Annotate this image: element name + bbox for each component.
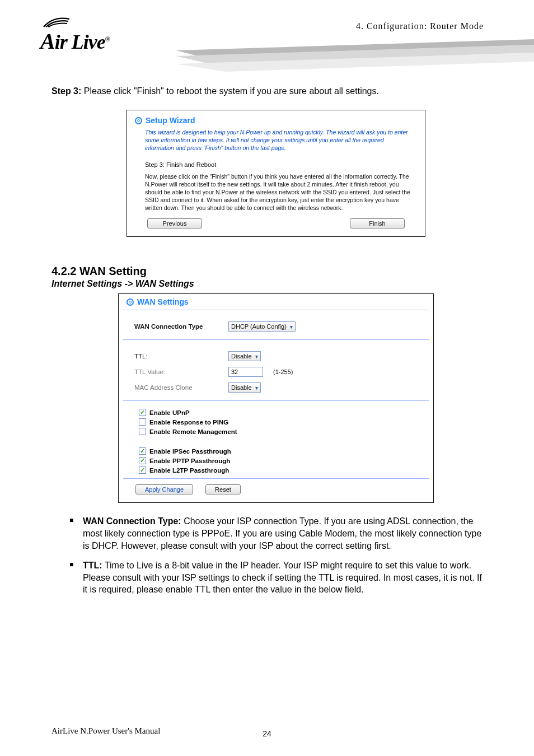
mac-clone-label: MAC Address Clone — [134, 384, 228, 391]
wizard-title: Setup Wizard — [146, 116, 195, 125]
mac-clone-value: Disable — [231, 384, 252, 391]
ttl-value-label: TTL Value: — [134, 368, 228, 375]
previous-button[interactable]: Previous — [147, 218, 202, 228]
gear-icon — [135, 117, 142, 124]
checkbox-icon: ✓ — [139, 447, 146, 455]
wizard-step-name: Step 3: Finish and Reboot — [135, 156, 417, 172]
chevron-down-icon: ▾ — [290, 324, 293, 330]
bullet-ttl: TTL: Time to Live is a 8-bit value in th… — [69, 559, 487, 596]
page-header: Air Live® 4. Configuration: Router Mode — [40, 17, 500, 67]
bullet-wan-conn-type: WAN Connection Type: Choose your ISP con… — [69, 515, 487, 552]
ttl-value: Disable — [231, 353, 252, 360]
airlive-logo: Air Live® — [40, 13, 110, 54]
wan-conn-type-select[interactable]: DHCP (Auto Config) ▾ — [228, 321, 296, 332]
check-label: Enable Remote Management — [149, 428, 237, 435]
mac-clone-select[interactable]: Disable ▾ — [228, 382, 261, 393]
check-pptp[interactable]: ✓ Enable PPTP Passthrough — [139, 457, 427, 464]
apply-change-button[interactable]: Apply Change — [135, 484, 193, 494]
check-label: Enable IPSec Passthrough — [149, 448, 231, 455]
reset-button[interactable]: Reset — [205, 484, 241, 494]
section-path: Internet Settings -> WAN Settings — [51, 279, 500, 289]
logo-text-rest: ir Live — [55, 31, 105, 53]
check-ping[interactable]: Enable Response to PING — [139, 418, 427, 426]
ttl-select[interactable]: Disable ▾ — [228, 351, 261, 361]
ttl-value-hint: (1-255) — [273, 368, 293, 375]
ttl-label: TTL: — [134, 353, 228, 360]
check-label: Enable PPTP Passthrough — [149, 458, 230, 464]
finish-button[interactable]: Finish — [350, 218, 405, 228]
footer-page-number: 24 — [263, 729, 271, 738]
svg-point-0 — [48, 25, 50, 27]
checkbox-icon — [139, 428, 146, 435]
wan-settings-panel: WAN Settings WAN Connection Type DHCP (A… — [118, 293, 434, 503]
footer-manual-title: AirLive N.Power User's Manual — [51, 726, 160, 736]
bullet-text: Time to Live is a 8-bit value in the IP … — [83, 561, 482, 594]
step3-intro: Step 3: Please click "Finish" to reboot … — [51, 86, 500, 96]
wizard-title-row: Setup Wizard — [135, 116, 417, 125]
check-label: Enable UPnP — [149, 409, 190, 416]
chapter-label: 4. Configuration: Router Mode — [356, 21, 484, 31]
bullet-label: TTL: — [83, 561, 102, 570]
step3-label: Step 3: — [51, 86, 81, 96]
setup-wizard-panel: Setup Wizard This wizard is designed to … — [127, 110, 425, 237]
checkbox-icon: ✓ — [139, 409, 146, 416]
wan-title: WAN Settings — [137, 297, 189, 306]
check-l2tp[interactable]: ✓ Enable L2TP Passthrough — [139, 466, 427, 474]
check-upnp[interactable]: ✓ Enable UPnP — [139, 409, 427, 416]
check-label: Enable L2TP Passthrough — [149, 467, 229, 474]
ttl-value-input[interactable] — [228, 367, 263, 377]
check-remote-mgmt[interactable]: Enable Remote Management — [139, 428, 427, 435]
gear-icon — [127, 298, 134, 306]
wan-title-row: WAN Settings — [127, 297, 429, 306]
description-list: WAN Connection Type: Choose your ISP con… — [51, 515, 500, 596]
header-decorative-band — [176, 37, 534, 73]
wizard-step-body: Now, please click on the "Finish" button… — [135, 172, 417, 219]
step3-text: Please click "Finish" to reboot the syst… — [81, 86, 379, 96]
chevron-down-icon: ▾ — [255, 385, 258, 391]
section-heading: 4.2.2 WAN Setting — [51, 265, 500, 278]
bullet-label: WAN Connection Type: — [83, 516, 181, 526]
wizard-intro: This wizard is designed to help your N.P… — [135, 127, 417, 156]
checkbox-icon — [139, 418, 146, 426]
check-ipsec[interactable]: ✓ Enable IPSec Passthrough — [139, 447, 427, 455]
checkbox-icon: ✓ — [139, 457, 146, 464]
checkbox-icon: ✓ — [139, 466, 146, 474]
logo-text-a: A — [40, 29, 55, 54]
wan-conn-type-label: WAN Connection Type — [134, 323, 228, 330]
wan-conn-type-value: DHCP (Auto Config) — [231, 323, 287, 330]
check-label: Enable Response to PING — [149, 419, 228, 426]
chevron-down-icon: ▾ — [255, 353, 258, 360]
